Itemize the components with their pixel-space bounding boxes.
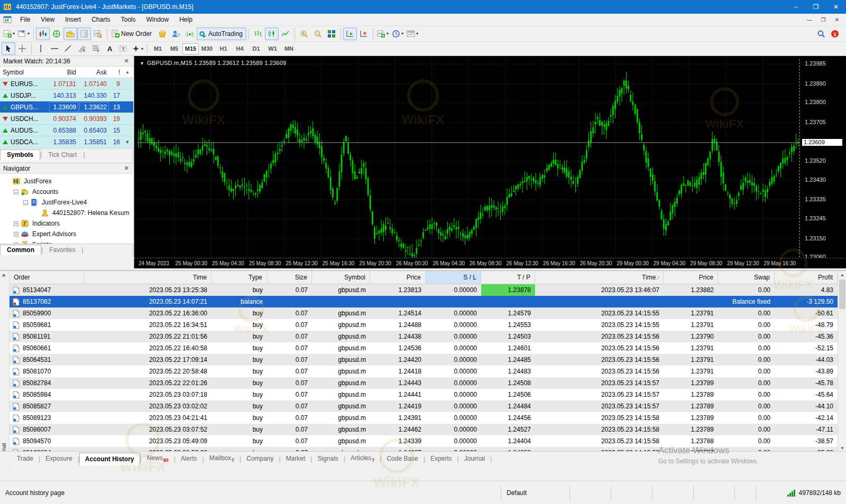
mdi-restore-button[interactable]: ❐ (816, 15, 830, 24)
market-watch-row-eurus[interactable]: EURUS...1.071311.071409 (0, 78, 133, 90)
history-col-time-close[interactable]: Time∕ (535, 271, 664, 284)
market-watch-row-audus[interactable]: AUDUS...0.653880.6540315 (0, 125, 133, 136)
history-row-85134047[interactable]: 851340472023.05.23 13:25:38buy0.07gbpusd… (10, 284, 838, 296)
minimize-button[interactable]: – (786, 0, 806, 14)
publisher-button[interactable] (169, 27, 183, 40)
history-col-sl[interactable]: S / L (426, 271, 481, 284)
new-chart-button[interactable]: ▾ (2, 27, 16, 40)
chart-shift-toggle[interactable] (357, 27, 371, 40)
navigator-item-justforex[interactable]: JustForex (0, 176, 133, 186)
search-button[interactable] (814, 27, 828, 40)
terminal-tab-company[interactable]: Company (241, 453, 279, 465)
indicators-button[interactable]: ▾ (375, 27, 390, 40)
history-row-85094570[interactable]: 850945702023.05.23 05:49:09buy0.07gbpusd… (10, 435, 838, 447)
menu-item-help[interactable]: Help (174, 14, 198, 25)
history-row-85089123[interactable]: 850891232023.05.23 04:21:41buy0.07gbpusd… (10, 412, 838, 424)
timeframe-m1-button[interactable]: M1 (150, 43, 166, 54)
navigator-tab-favorites[interactable]: Favorites (43, 245, 81, 255)
market-watch-row-usdjp[interactable]: USDJP...140.313140.33017 (0, 90, 133, 101)
timeframe-h4-button[interactable]: H4 (232, 43, 248, 54)
timeframe-h1-button[interactable]: H1 (215, 43, 232, 54)
trendline-tool[interactable] (61, 42, 75, 55)
history-row-85059681[interactable]: 850596812023.05.22 16:34:51buy0.07gbpusd… (10, 319, 838, 331)
market-watch-toggle[interactable] (36, 27, 50, 40)
notifications-button[interactable]: 1 (828, 27, 842, 40)
chart-window[interactable]: ▼GBPUSD.m,M15 1.23589 1.23612 1.23589 1.… (134, 56, 846, 268)
periods-button[interactable]: ▾ (390, 27, 405, 40)
expand-icon[interactable]: + (14, 221, 19, 226)
candlestick-chart-button[interactable] (265, 27, 279, 40)
maximize-button[interactable]: ❐ (806, 0, 826, 14)
menu-item-view[interactable]: View (35, 14, 60, 25)
market-watch-col-ask[interactable]: Ask (79, 67, 109, 78)
history-col-profit[interactable]: Profit (775, 271, 838, 284)
market-watch-col-symbol[interactable]: Symbol (0, 67, 49, 78)
history-row-85137082[interactable]: 851370822023.05.23 14:07:21balanceBalanc… (10, 296, 838, 307)
navigator-toggle[interactable] (63, 27, 77, 40)
history-row-85082784[interactable]: 850827842023.05.22 22:01:26buy0.07gbpusd… (10, 377, 838, 389)
mdi-close-button[interactable]: ✕ (830, 15, 844, 24)
history-col-type[interactable]: Type (212, 271, 267, 284)
timeframe-m15-button[interactable]: M15 (182, 43, 199, 54)
terminal-tab-news[interactable]: News80 (142, 452, 174, 465)
scrollbar-thumb[interactable] (839, 279, 845, 309)
terminal-close-icon[interactable]: ✕ (2, 273, 6, 278)
market-watch-col-![interactable]: ! (109, 67, 123, 78)
text-label-tool[interactable]: T (116, 42, 130, 55)
history-row-85060661[interactable]: 850606612023.05.22 16:40:58buy0.07gbpusd… (10, 342, 838, 354)
auto-scroll-toggle[interactable] (343, 27, 357, 40)
history-col-size[interactable]: Size (267, 271, 312, 284)
history-row-85103834[interactable]: 851038342023.05.23 08:59:00buy0.07gbpusd… (10, 447, 838, 451)
history-col-symbol[interactable]: Symbol (312, 271, 370, 284)
terminal-tab-code-base[interactable]: Code Base (381, 453, 423, 465)
vertical-line-tool[interactable] (34, 42, 48, 55)
market-watch-row-usdca[interactable]: USDCA...1.358351.3585116▼ (0, 136, 133, 148)
history-row-85085984[interactable]: 850859842023.05.23 03:07:18buy0.07gbpusd… (10, 389, 838, 400)
menu-item-tools[interactable]: Tools (116, 14, 141, 25)
profiles-button[interactable]: ▾ (16, 27, 31, 40)
menu-item-file[interactable]: File (15, 14, 35, 25)
market-watch-scroll-down-icon[interactable]: ▼ (123, 136, 132, 147)
chevron-down-icon[interactable]: ▼ (140, 61, 144, 66)
history-row-85059900[interactable]: 850599002023.05.22 16:36:00buy0.07gbpusd… (10, 307, 838, 319)
history-row-85064531[interactable]: 850645312023.05.22 17:09:14buy0.07gbpusd… (10, 354, 838, 366)
mdi-minimize-button[interactable]: — (803, 15, 816, 24)
market-watch-col-bid[interactable]: Bid (49, 67, 79, 78)
market-watch-row-usdch[interactable]: USDCH...0.903740.9039319 (0, 113, 133, 125)
market-watch-scroll-up-icon[interactable]: ▲ (123, 67, 132, 78)
autotrading-button[interactable]: AutoTrading (197, 27, 246, 40)
bar-chart-button[interactable] (251, 27, 265, 40)
market-watch-close-icon[interactable]: ✕ (123, 58, 130, 64)
status-profile[interactable]: Default (501, 486, 570, 500)
signals-button[interactable] (183, 27, 197, 40)
horizontal-line-tool[interactable] (48, 42, 61, 55)
history-col-tp[interactable]: T / P (481, 271, 535, 284)
expand-icon[interactable]: + (14, 232, 19, 237)
history-row-85085827[interactable]: 850858272023.05.23 03:02:02buy0.07gbpusd… (10, 400, 838, 412)
terminal-tab-experts[interactable]: Experts (425, 453, 457, 465)
navigator-item-justforex-live4[interactable]: –JustForex-Live4 (0, 197, 133, 208)
zoom-out-button[interactable] (311, 27, 325, 40)
history-col-order[interactable]: Order (10, 271, 85, 284)
menu-item-window[interactable]: Window (141, 14, 174, 25)
timeframe-mn-button[interactable]: MN (281, 43, 297, 54)
terminal-scrollbar[interactable]: ▲ ▼ (838, 271, 846, 452)
navigator-tab-common[interactable]: Common (0, 245, 41, 255)
templates-button[interactable]: ▾ (405, 27, 420, 40)
new-order-button[interactable]: New Order (109, 27, 155, 40)
navigator-item-440152807-helena-kesum[interactable]: 440152807: Helena Kesum (0, 208, 133, 218)
terminal-tab-account-history[interactable]: Account History (79, 453, 140, 465)
terminal-tab-alerts[interactable]: Alerts (176, 453, 203, 465)
navigator-item-accounts[interactable]: –Accounts (0, 186, 133, 197)
history-col-price[interactable]: Price (370, 271, 426, 284)
history-row-85081070[interactable]: 850810702023.05.22 20:58:48buy0.07gbpusd… (10, 366, 838, 377)
collapse-icon[interactable]: – (14, 190, 19, 194)
tile-windows-button[interactable] (325, 27, 338, 40)
history-col-price[interactable]: Price (664, 271, 718, 284)
data-window-toggle[interactable] (50, 27, 63, 40)
text-tool[interactable]: A (103, 42, 116, 55)
scroll-up-icon[interactable]: ▲ (838, 271, 846, 279)
strategy-tester-toggle[interactable] (91, 27, 105, 40)
equidistant-channel-tool[interactable]: E (75, 42, 89, 55)
navigator-item-expert-advisors[interactable]: +Expert Advisors (0, 229, 133, 239)
